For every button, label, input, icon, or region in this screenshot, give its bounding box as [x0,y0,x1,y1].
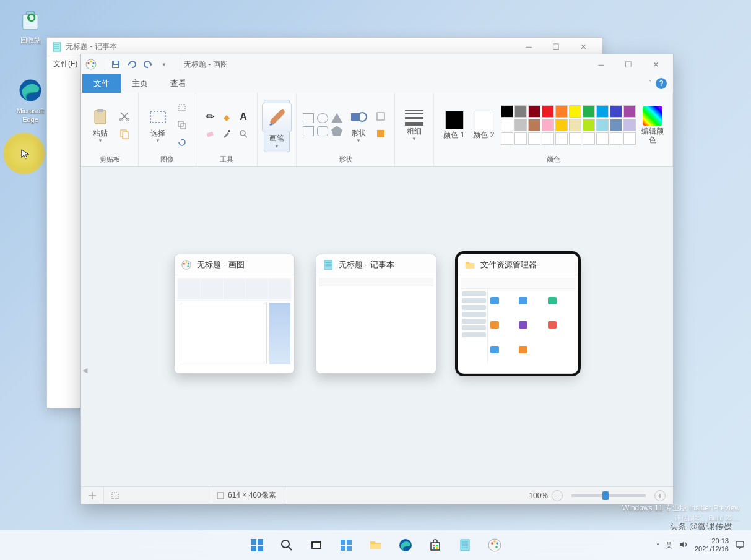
color-swatch[interactable] [569,119,581,131]
shapes-gallery[interactable] [303,113,344,137]
fill-tool[interactable] [219,110,234,124]
scroll-left-icon[interactable]: ◀ [82,366,91,375]
color-swatch[interactable] [596,119,609,131]
color-swatch[interactable] [501,119,513,131]
paint-window[interactable]: ▼ 无标题 - 画图 ─ ☐ ✕ 文件 主页 查看 ˄ ? 粘贴 ▼ [80,54,674,504]
color-swatch[interactable] [583,105,595,118]
ime-indicator[interactable]: 英 [666,541,672,550]
color-swatch[interactable] [596,105,609,118]
tray-overflow-button[interactable]: ˄ [656,542,659,549]
tray-time[interactable]: 20:13 [695,537,729,545]
notepad-maximize-button[interactable]: ☐ [542,38,570,56]
edit-colors-button[interactable]: 编辑颜色 [640,106,666,145]
taskbar-store[interactable] [423,533,448,558]
taskbar-edge[interactable] [393,533,418,558]
color-swatch[interactable] [610,132,622,145]
taskview-button[interactable] [304,533,329,558]
rotate-button[interactable] [175,135,189,150]
desktop-edge[interactable]: Microsoft Edge [9,77,52,124]
color-swatch[interactable] [623,105,636,118]
start-button[interactable] [245,533,269,558]
qat-undo-button[interactable] [125,58,139,71]
resize-button[interactable] [175,118,189,132]
color-swatch[interactable] [569,105,581,118]
desktop-recycle-bin[interactable]: 回收站 [9,6,52,45]
alttab-notepad[interactable]: 无标题 - 记事本 [316,254,436,374]
color-swatch[interactable] [583,132,595,145]
color2-button[interactable]: 颜色 2 [471,111,497,139]
color-swatch[interactable] [501,105,513,118]
paint-close-button[interactable]: ✕ [642,55,669,74]
status-selection [104,487,209,504]
color1-button[interactable]: 颜色 1 [441,111,467,139]
taskbar-explorer[interactable] [363,533,388,558]
qat-redo-button[interactable] [141,58,155,71]
color-swatch[interactable] [610,105,622,118]
zoom-out-button[interactable]: − [552,490,563,501]
size-button[interactable]: 粗细 ▼ [401,110,427,142]
zoom-in-button[interactable]: + [654,490,666,501]
brush-button[interactable]: 画笔 ▼ [264,100,290,152]
shape-fill-button[interactable] [373,126,388,141]
magnifier-tool[interactable] [236,126,251,141]
color-swatch[interactable] [514,105,527,118]
widgets-button[interactable] [334,533,358,558]
system-tray[interactable]: ˄ 英 20:13 2021/12/16 [656,537,745,553]
paint-minimize-button[interactable]: ─ [588,55,615,74]
color-swatch[interactable] [542,132,554,145]
color-swatch[interactable] [542,119,554,131]
cut-button[interactable] [117,109,132,124]
picker-tool[interactable] [219,126,234,141]
color-swatch[interactable] [583,119,595,131]
color-swatch[interactable] [555,105,568,118]
select-button[interactable]: 选择 ▼ [145,106,171,144]
color-swatch[interactable] [623,119,636,131]
notepad-close-button[interactable]: ✕ [570,38,597,56]
alttab-paint[interactable]: 无标题 - 画图 [174,254,295,374]
qat-customize-button[interactable]: ▼ [157,58,171,71]
tray-date[interactable]: 2021/12/16 [695,545,729,553]
qat-save-button[interactable] [109,58,123,71]
color-swatch[interactable] [610,119,622,131]
svg-point-40 [187,265,189,267]
paint-titlebar[interactable]: ▼ 无标题 - 画图 ─ ☐ ✕ [81,54,673,74]
tab-file[interactable]: 文件 [82,74,121,93]
tab-home[interactable]: 主页 [121,74,159,93]
eraser-tool[interactable] [202,126,217,141]
paint-canvas-area[interactable]: ◀ 无标题 - 画图 无标题 - 记事本 [81,167,673,486]
notepad-minimize-button[interactable]: ─ [515,38,542,56]
color-swatch[interactable] [514,132,527,145]
tab-view[interactable]: 查看 [159,74,198,93]
color-swatch[interactable] [528,119,540,131]
color-swatch[interactable] [501,132,513,145]
color-swatch[interactable] [569,132,581,145]
alttab-explorer[interactable]: 文件资源管理器 [458,254,578,374]
paint-maximize-button[interactable]: ☐ [615,55,642,74]
taskbar[interactable]: ˄ 英 20:13 2021/12/16 [0,530,751,560]
color-swatch[interactable] [596,132,609,145]
search-button[interactable] [274,533,299,558]
taskbar-paint[interactable] [482,533,507,558]
zoom-slider[interactable] [571,494,646,497]
svg-rect-41 [324,260,332,269]
color-swatch[interactable] [528,132,540,145]
shape-outline-button[interactable] [373,109,388,124]
pencil-tool[interactable]: ✏ [202,110,217,124]
paste-button[interactable]: 粘贴 ▼ [87,106,113,144]
color-swatch[interactable] [623,132,636,145]
color-swatch[interactable] [542,105,554,118]
copy-button[interactable] [117,126,132,141]
notification-icon[interactable] [735,540,745,551]
collapse-ribbon-button[interactable]: ˄ [648,79,652,93]
text-tool[interactable]: A [236,110,251,124]
shapes-dropdown[interactable]: 形状 ▼ [347,106,370,144]
svg-point-77 [495,546,498,548]
crop-button[interactable] [175,100,189,115]
color-swatch[interactable] [555,119,568,131]
color-swatch[interactable] [555,132,568,145]
volume-icon[interactable] [679,540,688,551]
help-button[interactable]: ? [656,78,667,89]
taskbar-notepad[interactable] [453,533,477,558]
color-swatch[interactable] [528,105,540,118]
color-swatch[interactable] [514,119,527,131]
